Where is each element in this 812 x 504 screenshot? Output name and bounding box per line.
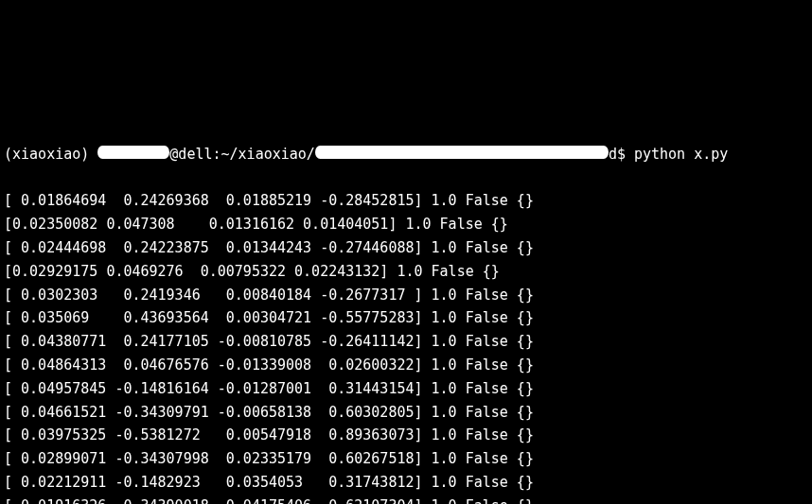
row-open: [	[4, 287, 21, 304]
row-c2: 0.0354053	[218, 474, 311, 491]
row-c3: 0.62107304]	[311, 497, 422, 504]
row-c0: 0.04661521	[21, 404, 115, 421]
row-done: False	[457, 356, 508, 374]
row-info: {}	[508, 192, 534, 209]
row-reward: 1.0	[423, 287, 457, 304]
row-c1: -0.14816164	[115, 380, 217, 397]
row-c1: -0.1482923	[115, 474, 217, 491]
row-reward: 1.0	[423, 450, 457, 467]
row-done: False	[457, 497, 508, 504]
row-open: [	[4, 239, 21, 256]
output-row: [ 0.04661521 -0.34309791 -0.00658138 0.6…	[4, 401, 808, 425]
row-done: False	[423, 263, 474, 280]
row-c0: 0.04957845	[21, 380, 115, 397]
row-done: False	[432, 216, 483, 233]
row-c2: -0.00810785	[218, 333, 311, 350]
row-c2: 0.04175406	[218, 497, 311, 504]
row-open: [	[4, 474, 21, 491]
output-row: [ 0.04957845 -0.14816164 -0.01287001 0.3…	[4, 377, 808, 401]
row-info: {}	[508, 474, 534, 491]
terminal-window[interactable]: (xiaoxiao) @dell:~/xiaoxiao/d$ python x.…	[0, 117, 812, 504]
row-reward: 1.0	[423, 380, 457, 397]
env-name: (xiaoxiao)	[4, 146, 89, 163]
row-c1: 0.24223875	[115, 239, 217, 256]
row-c3: 0.02243132]	[294, 263, 388, 280]
row-c3: 0.60302805]	[311, 404, 422, 421]
row-info: {}	[474, 263, 500, 280]
row-c0: 0.01864694	[21, 192, 115, 209]
row-open: [	[4, 404, 21, 421]
output-row: [ 0.01864694 0.24269368 0.01885219 -0.28…	[4, 189, 808, 213]
row-c3: 0.31743812]	[311, 474, 422, 491]
row-open: [	[4, 309, 21, 326]
output-row: [ 0.01916326 -0.34390018 0.04175406 0.62…	[4, 495, 808, 504]
row-c2: -0.01339008	[218, 356, 311, 374]
row-reward: 1.0	[423, 309, 457, 326]
row-open: [	[4, 380, 21, 397]
row-c1: 0.0469276	[106, 263, 200, 280]
output-rows: [ 0.01864694 0.24269368 0.01885219 -0.28…	[4, 189, 808, 504]
row-c0: 0.02899071	[21, 450, 115, 467]
row-c1: -0.34307998	[115, 450, 217, 467]
row-c0: 0.02929175	[12, 263, 106, 280]
row-reward: 1.0	[423, 474, 457, 491]
row-c0: 0.03975325	[21, 426, 115, 443]
row-c0: 0.02350082	[12, 216, 106, 233]
row-c1: 0.43693564	[115, 309, 217, 326]
row-reward: 1.0	[423, 426, 457, 443]
row-c2: 0.01344243	[218, 239, 311, 256]
redacted-user	[97, 146, 169, 159]
row-c2: 0.01885219	[218, 192, 311, 209]
redacted-path	[315, 146, 609, 159]
output-row: [ 0.035069 0.43693564 0.00304721 -0.5577…	[4, 306, 808, 330]
row-info: {}	[508, 497, 534, 504]
row-open: [	[4, 426, 21, 443]
row-c1: 0.24269368	[115, 192, 217, 209]
row-info: {}	[508, 450, 534, 467]
row-c1: 0.04676576	[115, 356, 217, 374]
row-c3: 0.60267518]	[311, 450, 422, 467]
row-c3: 0.89363073]	[311, 426, 422, 443]
row-reward: 1.0	[423, 333, 457, 350]
row-c1: 0.24177105	[115, 333, 217, 350]
output-row: [ 0.03975325 -0.5381272 0.00547918 0.893…	[4, 424, 808, 447]
output-row: [0.02350082 0.047308 0.01316162 0.014040…	[4, 213, 808, 236]
row-c3: -0.26411142]	[311, 333, 422, 350]
row-info: {}	[508, 239, 534, 256]
row-done: False	[457, 380, 508, 397]
row-info: {}	[508, 404, 534, 421]
row-reward: 1.0	[423, 239, 457, 256]
row-c0: 0.04864313	[21, 356, 115, 374]
row-done: False	[457, 287, 508, 304]
prompt-dollar: d$	[609, 146, 626, 163]
output-row: [ 0.04864313 0.04676576 -0.01339008 0.02…	[4, 354, 808, 377]
host-part: @dell	[169, 146, 212, 163]
row-info: {}	[508, 333, 534, 350]
output-row: [ 0.04380771 0.24177105 -0.00810785 -0.2…	[4, 330, 808, 354]
output-row: [ 0.02899071 -0.34307998 0.02335179 0.60…	[4, 447, 808, 471]
row-c2: 0.00304721	[218, 309, 311, 326]
row-done: False	[457, 309, 508, 326]
row-done: False	[457, 333, 508, 350]
row-c2: 0.00795322	[201, 263, 294, 280]
output-row: [ 0.02212911 -0.1482923 0.0354053 0.3174…	[4, 471, 808, 495]
row-c3: 0.31443154]	[311, 380, 422, 397]
row-c0: 0.0302303	[21, 287, 115, 304]
row-open: [	[4, 263, 12, 280]
row-info: {}	[508, 287, 534, 304]
row-done: False	[457, 239, 508, 256]
row-open: [	[4, 450, 21, 467]
row-c3: 0.02600322]	[311, 356, 422, 374]
row-info: {}	[508, 356, 534, 374]
row-open: [	[4, 356, 21, 374]
row-c2: -0.01287001	[218, 380, 311, 397]
row-reward: 1.0	[423, 497, 457, 504]
row-reward: 1.0	[423, 404, 457, 421]
row-c3: -0.28452815]	[311, 192, 422, 209]
output-row: [0.02929175 0.0469276 0.00795322 0.02243…	[4, 260, 808, 284]
row-info: {}	[508, 426, 534, 443]
row-done: False	[457, 450, 508, 467]
row-open: [	[4, 216, 12, 233]
row-info: {}	[508, 309, 534, 326]
output-row: [ 0.02444698 0.24223875 0.01344243 -0.27…	[4, 236, 808, 260]
